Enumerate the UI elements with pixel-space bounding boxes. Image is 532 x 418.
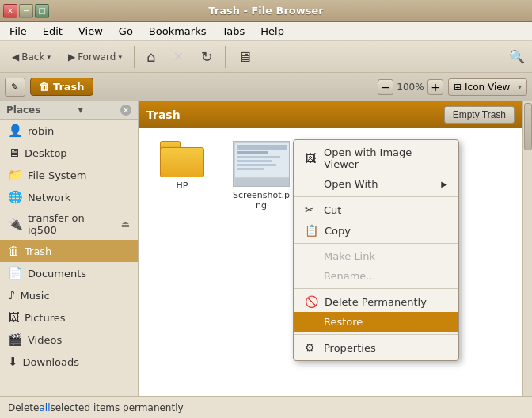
menu-go[interactable]: Go: [112, 24, 139, 39]
forward-label: Forward: [78, 51, 116, 63]
location-button[interactable]: 🗑 Trash: [30, 78, 93, 96]
trash-folder-icon: 🗑: [39, 81, 49, 93]
ctx-delete-icon: 🚫: [305, 295, 318, 308]
main-area: Places ▾ × 👤 robin 🖥 Desktop 📁 File Syst…: [0, 101, 532, 396]
sidebar-item-pictures[interactable]: 🖼 Pictures: [0, 306, 138, 329]
zoom-in-button[interactable]: +: [428, 79, 443, 95]
ctx-open-with[interactable]: Open With ▶: [294, 174, 458, 194]
menu-tabs[interactable]: Tabs: [215, 24, 251, 39]
home-button[interactable]: ⌂: [139, 44, 162, 69]
scrollbar-thumb[interactable]: [524, 103, 532, 150]
back-arrow-icon: ◀: [12, 51, 19, 63]
file-item-hp[interactable]: HP: [146, 136, 218, 215]
stop-icon: ✕: [173, 49, 183, 64]
filesystem-icon: 📁: [8, 168, 23, 182]
sidebar-item-music[interactable]: ♪ Music: [0, 284, 138, 306]
ctx-copy-icon: 📋: [305, 224, 318, 237]
ctx-properties[interactable]: ⚙ Properties: [294, 337, 458, 358]
svg-rect-7: [237, 168, 264, 170]
menu-view[interactable]: View: [72, 24, 109, 39]
maximize-button[interactable]: □: [35, 4, 49, 18]
ctx-delete-permanently[interactable]: 🚫 Delete Permanently: [294, 291, 458, 312]
ctx-rename: Rename...: [294, 266, 458, 286]
ctx-make-link: Make Link: [294, 246, 458, 266]
sidebar-label-network: Network: [28, 192, 70, 203]
ctx-label-cut: Cut: [324, 204, 341, 216]
view-label: Icon View: [465, 82, 510, 93]
ctx-open-with-image-viewer[interactable]: 🖼 Open with Image Viewer: [294, 142, 458, 174]
sidebar-item-robin[interactable]: 👤 robin: [0, 120, 138, 142]
sidebar-item-documents[interactable]: 📄 Documents: [0, 262, 138, 284]
ctx-image-icon: 🖼: [305, 152, 317, 165]
user-icon: 👤: [8, 124, 23, 138]
svg-rect-5: [237, 160, 272, 162]
menu-edit[interactable]: Edit: [36, 24, 69, 39]
close-button[interactable]: ×: [3, 4, 17, 18]
transfer-icon: 🔌: [8, 217, 23, 231]
svg-rect-6: [237, 164, 276, 166]
zoom-value: 100%: [397, 82, 424, 93]
ctx-label-properties: Properties: [324, 342, 376, 354]
toolbar-separator-2: [225, 46, 226, 68]
zoom-controls: − 100% +: [378, 79, 443, 95]
ctx-label-delete: Delete Permanently: [325, 296, 427, 308]
search-button[interactable]: 🔍: [507, 47, 527, 67]
folder-body: [160, 147, 204, 177]
sidebar-item-downloads[interactable]: ⬇ Downloads: [0, 351, 138, 373]
ctx-submenu-arrow-icon: ▶: [441, 180, 447, 188]
status-all-link[interactable]: all: [39, 402, 50, 413]
sidebar-item-network[interactable]: 🌐 Network: [0, 186, 138, 208]
minimize-button[interactable]: −: [19, 4, 33, 18]
sidebar-item-filesystem[interactable]: 📁 File System: [0, 164, 138, 186]
sidebar-item-transfer[interactable]: 🔌 transfer on iq500 ⏏: [0, 208, 138, 240]
refresh-icon: ↻: [201, 48, 213, 65]
edit-location-button[interactable]: ✎: [5, 78, 25, 97]
ctx-cut[interactable]: ✂ Cut: [294, 200, 458, 220]
scrollbar[interactable]: [522, 101, 532, 396]
empty-trash-button[interactable]: Empty Trash: [444, 106, 515, 124]
ctx-copy[interactable]: 📋 Copy: [294, 220, 458, 241]
folder-icon-hp: [160, 141, 204, 177]
sidebar-close-button[interactable]: ×: [120, 104, 131, 116]
music-icon: ♪: [8, 288, 16, 302]
back-dropdown-icon: ▾: [47, 53, 51, 61]
sidebar-header-arrow-icon: ▾: [78, 104, 83, 116]
ctx-label-rename: Rename...: [324, 270, 376, 282]
ctx-separator-1: [294, 196, 458, 197]
ctx-label-make-link: Make Link: [324, 250, 375, 262]
status-suffix: selected items permanently: [50, 402, 183, 413]
sidebar: Places ▾ × 👤 robin 🖥 Desktop 📁 File Syst…: [0, 101, 139, 396]
file-item-screenshot1[interactable]: Screenshot.png: [226, 136, 297, 215]
sidebar-header-label: Places: [6, 104, 40, 116]
ctx-restore[interactable]: Restore: [294, 312, 458, 332]
back-button[interactable]: ◀ Back ▾: [5, 48, 58, 66]
menu-file[interactable]: File: [3, 24, 33, 39]
ctx-label-open-with: Open With: [324, 178, 378, 190]
sidebar-item-videos[interactable]: 🎬 Videos: [0, 329, 138, 351]
stop-button[interactable]: ✕: [165, 45, 190, 68]
menu-help[interactable]: Help: [254, 24, 291, 39]
content-area[interactable]: Trash Empty Trash HP: [139, 101, 522, 396]
dropdown-arrow-icon: ▾: [518, 82, 522, 91]
sidebar-label-downloads: Downloads: [23, 356, 79, 368]
sidebar-label-pictures: Pictures: [25, 312, 65, 324]
menu-bookmarks[interactable]: Bookmarks: [142, 24, 213, 39]
sidebar-item-trash[interactable]: 🗑 Trash: [0, 240, 138, 262]
statusbar: Delete all selected items permanently: [0, 396, 532, 418]
toolbar-separator-1: [134, 46, 135, 68]
eject-icon: ⏏: [121, 218, 130, 230]
sidebar-item-desktop[interactable]: 🖥 Desktop: [0, 142, 138, 164]
computer-button[interactable]: 🖥: [230, 44, 259, 69]
window-title: Trash - File Browser: [51, 5, 481, 17]
toolbar: ◀ Back ▾ ▶ Forward ▾ ⌂ ✕ ↻ 🖥 🔍: [0, 41, 532, 73]
sidebar-label-music: Music: [21, 290, 50, 302]
refresh-button[interactable]: ↻: [194, 44, 220, 69]
desktop-icon: 🖥: [8, 146, 20, 160]
location-label: Trash: [53, 81, 85, 93]
forward-button[interactable]: ▶ Forward ▾: [61, 48, 129, 66]
screenshot-thumbnail-1: [233, 141, 290, 187]
addressbar: ✎ 🗑 Trash − 100% + ⊞ Icon View ▾: [0, 73, 532, 101]
view-dropdown[interactable]: ⊞ Icon View ▾: [448, 78, 527, 96]
sidebar-label-robin: robin: [28, 125, 54, 137]
zoom-out-button[interactable]: −: [378, 79, 393, 95]
